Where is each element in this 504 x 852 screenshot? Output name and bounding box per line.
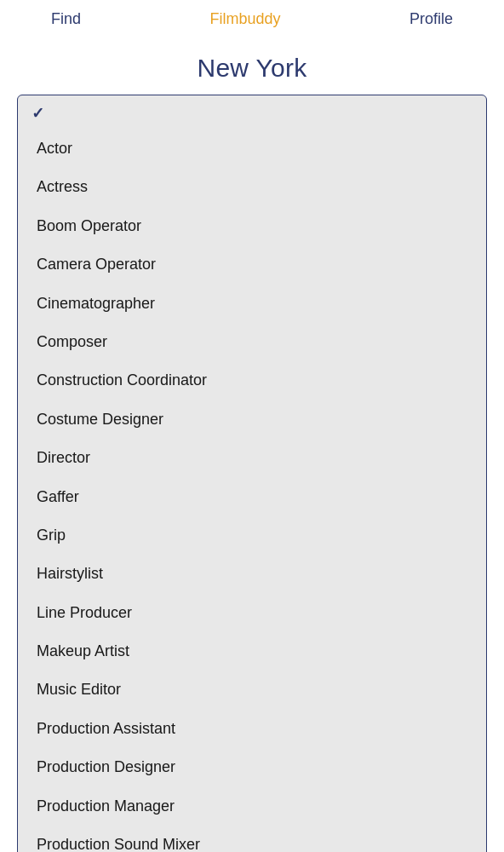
list-item[interactable]: Director — [18, 439, 486, 477]
dropdown-check-row: ✓ — [18, 95, 486, 130]
list-item[interactable]: Cinematographer — [18, 285, 486, 323]
nav-filmbuddy[interactable]: Filmbuddy — [209, 10, 280, 28]
list-item[interactable]: Music Editor — [18, 671, 486, 709]
nav-profile[interactable]: Profile — [410, 10, 453, 28]
list-item[interactable]: Makeup Artist — [18, 632, 486, 671]
list-item[interactable]: Actress — [18, 168, 486, 206]
list-item[interactable]: Gaffer — [18, 478, 486, 516]
list-item[interactable]: Composer — [18, 323, 486, 361]
list-item[interactable]: Line Producer — [18, 594, 486, 632]
list-item[interactable]: Construction Coordinator — [18, 361, 486, 400]
list-item[interactable]: Boom Operator — [18, 207, 486, 245]
list-item[interactable]: Production Designer — [18, 748, 486, 786]
list-item[interactable]: Production Assistant — [18, 710, 486, 748]
page-title-section: New York — [0, 38, 504, 95]
list-item[interactable]: Grip — [18, 516, 486, 555]
page-title: New York — [0, 54, 504, 83]
header: Find Filmbuddy Profile — [0, 0, 504, 38]
role-dropdown[interactable]: ✓ Actor Actress Boom Operator Camera Ope… — [17, 95, 487, 852]
list-item[interactable]: Costume Designer — [18, 400, 486, 439]
check-mark-icon: ✓ — [32, 104, 44, 123]
nav-find[interactable]: Find — [51, 10, 81, 28]
list-item[interactable]: Production Sound Mixer — [18, 826, 486, 852]
list-item[interactable]: Camera Operator — [18, 245, 486, 284]
list-item[interactable]: Hairstylist — [18, 555, 486, 593]
list-item[interactable]: Actor — [18, 130, 486, 168]
dropdown-items-list: Actor Actress Boom Operator Camera Opera… — [18, 130, 486, 852]
list-item[interactable]: Production Manager — [18, 787, 486, 826]
